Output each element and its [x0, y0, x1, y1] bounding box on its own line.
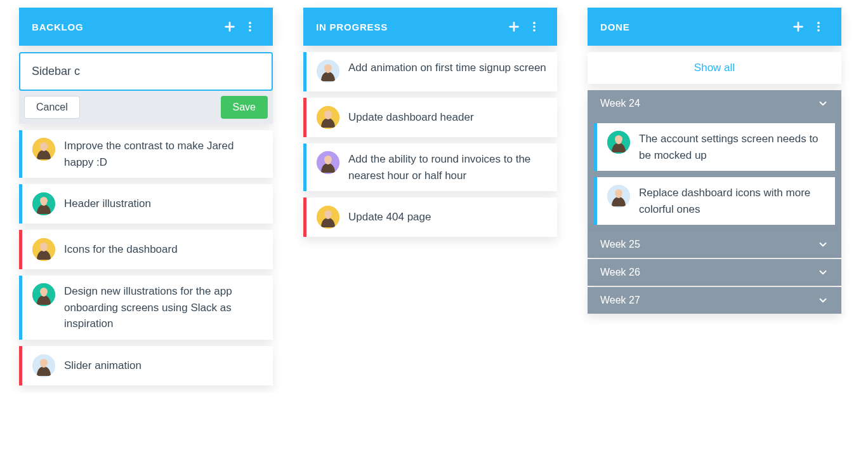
column-title: DONE: [600, 22, 788, 32]
kanban-card[interactable]: Design new illustrations for the app onb…: [19, 276, 273, 340]
avatar: [32, 192, 55, 215]
kanban-card[interactable]: Improve the contrast to make Jared happy…: [19, 130, 273, 178]
column-menu-button[interactable]: [808, 17, 829, 37]
done-groups: Week 24 The account settings screen need…: [588, 90, 841, 314]
avatar: [317, 106, 339, 129]
kanban-card[interactable]: Update 404 page: [303, 197, 557, 237]
new-card-input[interactable]: [19, 52, 273, 91]
compose-card: Cancel Save: [19, 52, 273, 124]
card-text: Add the ability to round invoices to the…: [348, 151, 547, 184]
svg-point-44: [615, 137, 622, 144]
plus-icon: [791, 20, 805, 34]
group-header[interactable]: Week 25: [588, 231, 841, 258]
svg-point-4: [249, 29, 251, 32]
column-menu-button[interactable]: [524, 17, 544, 37]
kebab-menu-icon: [528, 20, 541, 33]
kanban-card[interactable]: Add animation on first time signup scree…: [303, 52, 557, 91]
group-title: Week 24: [600, 98, 817, 109]
svg-point-39: [817, 22, 820, 24]
svg-point-16: [41, 289, 47, 297]
avatar: [32, 138, 55, 161]
avatar: [32, 354, 55, 377]
kanban-card[interactable]: Icons for the dashboard: [19, 230, 273, 269]
svg-point-36: [325, 211, 331, 219]
chevron-down-icon: [817, 295, 829, 306]
group-title: Week 25: [600, 239, 817, 250]
save-button[interactable]: Save: [221, 96, 268, 119]
svg-point-19: [41, 360, 47, 368]
card-list-in-progress: Add animation on first time signup scree…: [303, 52, 557, 237]
kebab-menu-icon: [244, 20, 256, 33]
svg-point-47: [615, 191, 622, 198]
kanban-card[interactable]: Slider animation: [19, 346, 273, 385]
kanban-card[interactable]: Update dashboard header: [303, 98, 557, 137]
chevron-down-icon: [817, 239, 829, 250]
kanban-card[interactable]: The account settings screen needs to be …: [594, 123, 835, 171]
avatar: [317, 151, 339, 174]
svg-point-3: [249, 25, 251, 28]
avatar: [317, 206, 339, 229]
avatar: [32, 238, 55, 261]
compose-actions: Cancel Save: [19, 91, 273, 119]
plus-icon: [223, 20, 237, 34]
week-group: Week 25: [588, 231, 841, 258]
column-header-done: DONE: [588, 8, 841, 46]
card-list-backlog: Improve the contrast to make Jared happy…: [19, 130, 273, 385]
card-text: The account settings screen needs to be …: [639, 131, 825, 163]
group-header[interactable]: Week 24: [588, 90, 841, 117]
avatar: [32, 283, 55, 306]
week-group: Week 26: [588, 259, 841, 286]
kanban-card[interactable]: Header illustration: [19, 184, 273, 224]
column-header-backlog: BACKLOG: [19, 8, 273, 46]
column-in-progress: IN PROGRESS Add animation on first time …: [303, 8, 557, 385]
svg-point-13: [41, 244, 47, 251]
show-all-button[interactable]: Show all: [588, 52, 841, 84]
card-text: Update dashboard header: [348, 109, 474, 126]
avatar: [317, 60, 339, 83]
card-text: Header illustration: [64, 196, 151, 212]
svg-point-22: [533, 22, 536, 24]
plus-icon: [507, 20, 521, 34]
add-card-button[interactable]: [504, 17, 524, 37]
column-done: DONE Show all Week 24 The account settin…: [588, 8, 841, 385]
card-text: Design new illustrations for the app onb…: [64, 283, 263, 332]
column-backlog: BACKLOG Cancel Save Improve the contrast…: [19, 8, 273, 385]
column-title: IN PROGRESS: [316, 22, 504, 32]
svg-point-7: [41, 144, 47, 151]
kanban-card[interactable]: Replace dashboard icons with more colorf…: [594, 177, 835, 225]
kebab-menu-icon: [812, 20, 825, 33]
group-header[interactable]: Week 27: [588, 287, 841, 314]
svg-point-33: [325, 157, 331, 164]
group-body: The account settings screen needs to be …: [588, 117, 841, 231]
svg-point-41: [817, 29, 820, 32]
add-card-button[interactable]: [788, 17, 808, 37]
chevron-down-icon: [817, 267, 829, 278]
card-text: Slider animation: [64, 358, 141, 374]
avatar: [607, 185, 630, 208]
card-text: Improve the contrast to make Jared happy…: [64, 138, 263, 170]
svg-point-23: [533, 25, 536, 28]
group-title: Week 27: [600, 295, 817, 306]
card-text: Add animation on first time signup scree…: [348, 60, 546, 76]
avatar: [607, 131, 630, 154]
column-menu-button[interactable]: [240, 17, 260, 37]
group-title: Week 26: [600, 267, 817, 278]
svg-point-24: [533, 29, 536, 32]
chevron-down-icon: [817, 98, 829, 109]
svg-point-40: [817, 25, 820, 28]
add-card-button[interactable]: [220, 17, 240, 37]
group-header[interactable]: Week 26: [588, 259, 841, 286]
card-text: Icons for the dashboard: [64, 241, 178, 258]
column-header-in-progress: IN PROGRESS: [303, 8, 557, 46]
week-group: Week 27: [588, 287, 841, 314]
svg-point-10: [41, 198, 47, 206]
kanban-card[interactable]: Add the ability to round invoices to the…: [303, 144, 557, 191]
column-title: BACKLOG: [32, 22, 220, 32]
card-text: Replace dashboard icons with more colorf…: [639, 185, 825, 217]
svg-point-2: [249, 22, 251, 24]
cancel-button[interactable]: Cancel: [24, 96, 80, 119]
card-text: Update 404 page: [348, 209, 431, 225]
svg-point-30: [325, 112, 331, 119]
svg-point-27: [325, 65, 331, 73]
week-group: Week 24 The account settings screen need…: [588, 90, 841, 231]
